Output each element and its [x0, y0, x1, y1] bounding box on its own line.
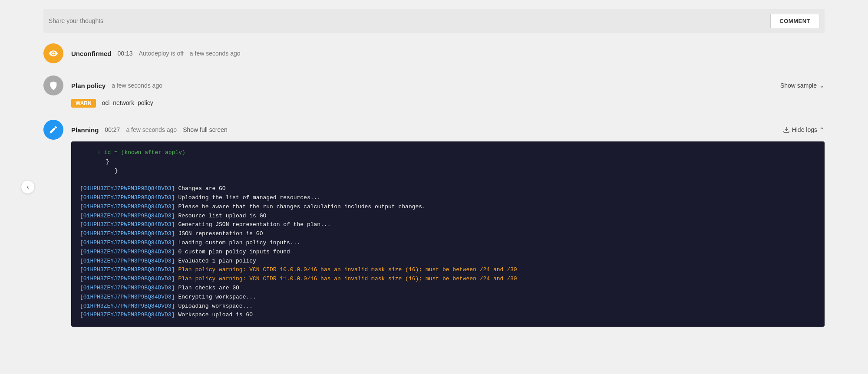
log-id: [01HPH3ZEYJ7PWPM3P9BQ84DVD3] [80, 311, 175, 320]
terminal-code-1: + id = (known after apply) [97, 149, 185, 156]
avatar-planning [43, 120, 63, 140]
item-timestamp-unconfirmed: a few seconds ago [190, 50, 241, 57]
log-id: [01HPH3ZEYJ7PWPM3P9BQ84DVD3] [80, 230, 175, 239]
hide-logs-label: Hide logs [792, 126, 817, 133]
chevron-left-icon: ‹ [26, 183, 29, 191]
log-message: JSON representation is GO [178, 230, 263, 239]
terminal-code-3: } [115, 167, 118, 174]
terminal-line-3: } [115, 167, 816, 176]
logs-action-right: Hide logs ⌃ [783, 126, 825, 133]
item-title-plan-policy: Plan policy [71, 82, 106, 89]
log-id: [01HPH3ZEYJ7PWPM3P9BQ84DVD3] [80, 220, 175, 230]
avatar-unconfirmed [43, 43, 63, 63]
item-timestamp-planning: a few seconds ago [126, 126, 177, 133]
log-id: [01HPH3ZEYJ7PWPM3P9BQ84DVD3] [80, 212, 175, 221]
terminal-log-line: [01HPH3ZEYJ7PWPM3P9BQ84DVD3]Workspace up… [80, 311, 816, 320]
log-id: [01HPH3ZEYJ7PWPM3P9BQ84DVD3] [80, 257, 175, 266]
log-id: [01HPH3ZEYJ7PWPM3P9BQ84DVD3] [80, 284, 175, 293]
terminal-log-line: [01HPH3ZEYJ7PWPM3P9BQ84DVD3]0 custom pla… [80, 248, 816, 257]
log-message: Uploading the list of managed resources.… [178, 194, 320, 203]
terminal-log-line: [01HPH3ZEYJ7PWPM3P9BQ84DVD3]Encrypting w… [80, 293, 816, 302]
comment-bar: COMMENT [43, 9, 825, 33]
log-message: Plan policy warning: VCN CIDR 11.0.0.0/1… [178, 275, 517, 284]
terminal-log-line: [01HPH3ZEYJ7PWPM3P9BQ84DVD3]Please be aw… [80, 203, 816, 212]
log-id: [01HPH3ZEYJ7PWPM3P9BQ84DVD3] [80, 275, 175, 284]
log-id: [01HPH3ZEYJ7PWPM3P9BQ84DVD3] [80, 302, 175, 311]
log-message: Loading custom plan policy inputs... [178, 239, 300, 248]
log-message: Changes are GO [178, 184, 225, 194]
item-content-plan-policy: Plan policy a few seconds ago Show sampl… [71, 75, 825, 108]
log-message: Plan checks are GO [178, 284, 239, 293]
timeline-item-plan-policy: Plan policy a few seconds ago Show sampl… [43, 75, 825, 108]
terminal-output: + id = (known after apply) } } [01HPH3ZE… [71, 141, 825, 327]
chevron-up-icon: ⌃ [819, 126, 825, 133]
download-icon [783, 126, 790, 133]
show-fullscreen-button[interactable]: Show full screen [183, 126, 228, 133]
avatar-plan-policy [43, 75, 63, 95]
show-sample-button[interactable]: Show sample ⌄ [780, 82, 825, 89]
warn-badge: WARN [71, 99, 96, 108]
policy-name: oci_network_policy [102, 99, 153, 106]
terminal-log-line: [01HPH3ZEYJ7PWPM3P9BQ84DVD3]Loading cust… [80, 239, 816, 248]
log-message: Uploading workspace... [178, 302, 253, 311]
terminal-log-line: [01HPH3ZEYJ7PWPM3P9BQ84DVD3]Uploading wo… [80, 302, 816, 311]
timeline-item-unconfirmed: Unconfirmed 00:13 Autodeploy is off a fe… [43, 43, 825, 63]
item-meta-unconfirmed: Autodeploy is off [139, 50, 184, 57]
hide-logs-button[interactable]: Hide logs ⌃ [783, 126, 825, 133]
log-message: Evaluated 1 plan policy [178, 257, 256, 266]
timeline: Unconfirmed 00:13 Autodeploy is off a fe… [43, 43, 825, 327]
terminal-log-line: [01HPH3ZEYJ7PWPM3P9BQ84DVD3]JSON represe… [80, 230, 816, 239]
pencil-icon [49, 125, 58, 135]
item-content-planning: Planning 00:27 a few seconds ago Show fu… [71, 120, 825, 327]
log-message: Workspace upload is GO [178, 311, 253, 320]
item-title-planning: Planning [71, 126, 99, 134]
log-message: 0 custom plan policy inputs found [178, 248, 290, 257]
log-message: Please be aware that the run changes cal… [178, 203, 426, 212]
terminal-log-line: [01HPH3ZEYJ7PWPM3P9BQ84DVD3]Generating J… [80, 220, 816, 230]
timeline-item-planning: Planning 00:27 a few seconds ago Show fu… [43, 120, 825, 327]
item-time-unconfirmed: 00:13 [118, 50, 133, 57]
logs-header: Planning 00:27 a few seconds ago Show fu… [71, 120, 825, 140]
log-message: Encrypting workspace... [178, 293, 256, 302]
warn-policy-row: WARN oci_network_policy [71, 95, 825, 108]
comment-button[interactable]: COMMENT [770, 14, 819, 28]
terminal-log-line: [01HPH3ZEYJ7PWPM3P9BQ84DVD3]Plan policy … [80, 275, 816, 284]
terminal-log-line: [01HPH3ZEYJ7PWPM3P9BQ84DVD3]Plan checks … [80, 284, 816, 293]
item-header-plan-policy: Plan policy a few seconds ago Show sampl… [71, 75, 825, 95]
terminal-log-line: [01HPH3ZEYJ7PWPM3P9BQ84DVD3]Uploading th… [80, 194, 816, 203]
log-id: [01HPH3ZEYJ7PWPM3P9BQ84DVD3] [80, 293, 175, 302]
eye-icon [49, 49, 58, 58]
comment-input[interactable] [49, 17, 770, 24]
terminal-line-2: } [106, 157, 816, 167]
chevron-down-icon: ⌄ [819, 82, 825, 89]
terminal-log-line: [01HPH3ZEYJ7PWPM3P9BQ84DVD3]Evaluated 1 … [80, 257, 816, 266]
terminal-log-line: [01HPH3ZEYJ7PWPM3P9BQ84DVD3]Plan policy … [80, 266, 816, 275]
sidebar-collapse-arrow[interactable]: ‹ [21, 180, 35, 194]
log-id: [01HPH3ZEYJ7PWPM3P9BQ84DVD3] [80, 203, 175, 212]
log-message: Generating JSON representation of the pl… [178, 220, 330, 230]
item-content-unconfirmed: Unconfirmed 00:13 Autodeploy is off a fe… [71, 43, 825, 63]
terminal-code-2: } [106, 158, 109, 165]
log-message: Plan policy warning: VCN CIDR 10.0.0.0/1… [178, 266, 517, 275]
log-id: [01HPH3ZEYJ7PWPM3P9BQ84DVD3] [80, 266, 175, 275]
item-header-unconfirmed: Unconfirmed 00:13 Autodeploy is off a fe… [71, 43, 825, 63]
log-id: [01HPH3ZEYJ7PWPM3P9BQ84DVD3] [80, 184, 175, 194]
log-lines-container: [01HPH3ZEYJ7PWPM3P9BQ84DVD3]Changes are … [80, 184, 816, 320]
item-timestamp-plan-policy: a few seconds ago [112, 82, 162, 89]
log-message: Resource list upload is GO [178, 212, 266, 221]
item-time-planning: 00:27 [105, 126, 120, 133]
terminal-line-1: + id = (known after apply) [97, 148, 816, 157]
item-title-unconfirmed: Unconfirmed [71, 50, 112, 57]
shield-icon [49, 81, 58, 90]
show-sample-label: Show sample [780, 82, 817, 89]
log-id: [01HPH3ZEYJ7PWPM3P9BQ84DVD3] [80, 239, 175, 248]
terminal-log-line: [01HPH3ZEYJ7PWPM3P9BQ84DVD3]Resource lis… [80, 212, 816, 221]
terminal-log-line: [01HPH3ZEYJ7PWPM3P9BQ84DVD3]Changes are … [80, 184, 816, 194]
log-id: [01HPH3ZEYJ7PWPM3P9BQ84DVD3] [80, 248, 175, 257]
log-id: [01HPH3ZEYJ7PWPM3P9BQ84DVD3] [80, 194, 175, 203]
